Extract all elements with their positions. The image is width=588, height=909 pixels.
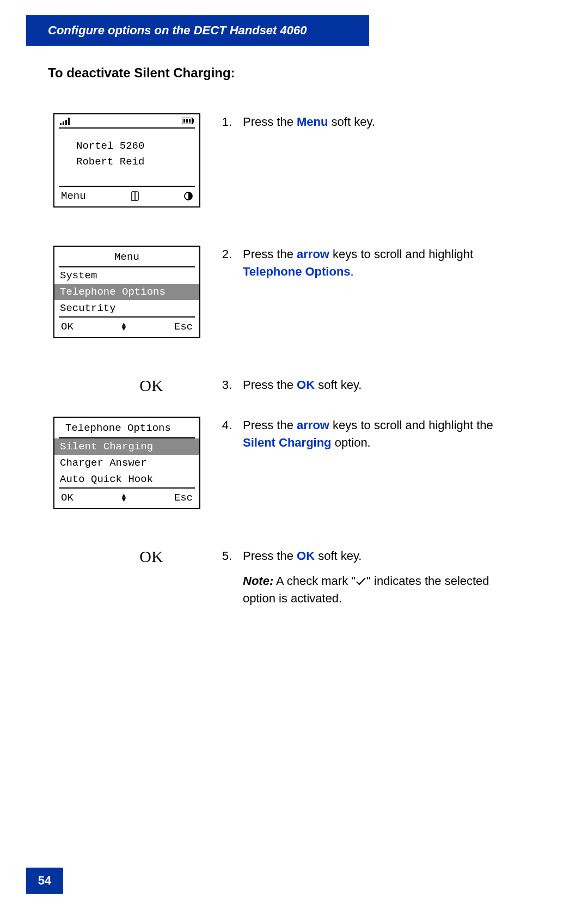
step-number: 3. [217,376,232,394]
step-5: OK 5. Press the OK soft key. Note: A che… [48,547,522,607]
menu-item-security: Secutrity [54,300,199,316]
svg-rect-7 [186,119,188,123]
step-text: Press the arrow keys to scroll and highl… [243,246,522,280]
screen-menu: Menu System Telephone Options Secutrity … [48,246,206,338]
step-number: 4. [217,417,232,434]
note-label: Note: [243,574,273,588]
svg-rect-5 [192,119,194,123]
svg-rect-2 [65,120,67,125]
page-body: To deactivate Silent Charging: Nortel 52… [48,65,522,645]
svg-rect-0 [60,123,62,125]
svg-rect-1 [63,121,64,125]
idle-line1: Nortel 5260 [76,138,194,154]
section-title: To deactivate Silent Charging: [48,65,522,81]
check-icon [356,577,366,586]
svg-rect-3 [68,118,70,125]
step-3: OK 3. Press the OK soft key. [48,376,522,395]
arrow-keyword: arrow [297,247,329,261]
softkey-ok: OK [61,492,74,504]
step-number: 2. [217,246,232,263]
softkey-ok: OK [61,321,74,333]
menu-item-system: System [54,267,199,284]
signal-icon [60,118,70,125]
step-text: Press the Menu soft key. [243,113,522,131]
ok-keyword: OK [297,378,315,392]
menu-item-auto-quick-hook: Auto Quick Hook [54,471,199,487]
ok-keyword: OK [297,549,315,563]
menu-keyword: Menu [297,115,328,129]
updown-icon: ▲▼ [121,494,126,502]
softkey-esc: Esc [174,492,193,504]
ok-label: OK [139,547,163,566]
screen-telopts: Telephone Options Silent Charging Charge… [48,417,206,509]
svg-rect-8 [189,119,191,123]
updown-icon: ▲▼ [121,323,126,331]
page-number: 54 [26,868,63,894]
battery-icon [182,118,194,125]
arrow-keyword: arrow [297,418,329,432]
screen-idle: Nortel 5260 Robert Reid Menu [48,113,206,208]
telopts-keyword: Telephone Options [243,265,351,278]
menu-title: Menu [54,247,199,266]
step-number: 5. [217,547,232,565]
menu-item-charger-answer: Charger Answer [54,455,199,471]
idle-line2: Robert Reid [76,154,194,170]
silent-charging-keyword: Silent Charging [243,436,332,449]
ok-label: OK [139,376,163,395]
softkey-esc: Esc [174,321,193,333]
step-1: Nortel 5260 Robert Reid Menu 1. Pres [48,113,522,208]
header-title: Configure options on the DECT Handset 40… [48,23,307,38]
phonebook-icon [131,191,139,201]
menu-item-silent-charging: Silent Charging [54,438,199,455]
step-4: Telephone Options Silent Charging Charge… [48,417,522,509]
telopts-title: Telephone Options [54,418,199,437]
step-text: Press the OK soft key. [243,376,522,394]
step-text: Press the arrow keys to scroll and highl… [243,417,522,452]
step-2: Menu System Telephone Options Secutrity … [48,246,522,338]
svg-rect-6 [183,119,185,123]
redial-icon [184,192,193,200]
step-text: Press the OK soft key. Note: A check mar… [243,547,522,607]
menu-item-telephone-options: Telephone Options [54,284,199,300]
header-bar: Configure options on the DECT Handset 40… [26,15,369,46]
step-number: 1. [217,113,232,131]
softkey-menu: Menu [61,190,86,202]
